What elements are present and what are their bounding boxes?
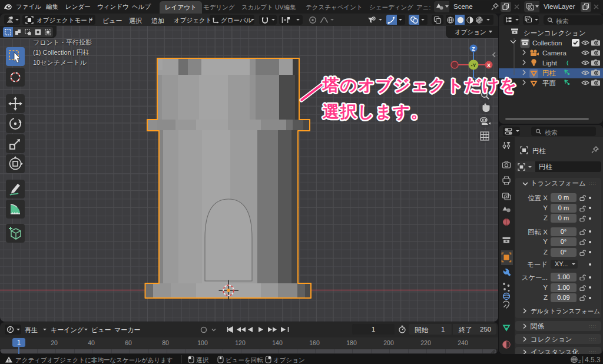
svg-text:塔のオブジェクトだけを: 塔のオブジェクトだけを [322, 76, 518, 94]
svg-text:選択します。: 選択します。 [322, 102, 428, 121]
